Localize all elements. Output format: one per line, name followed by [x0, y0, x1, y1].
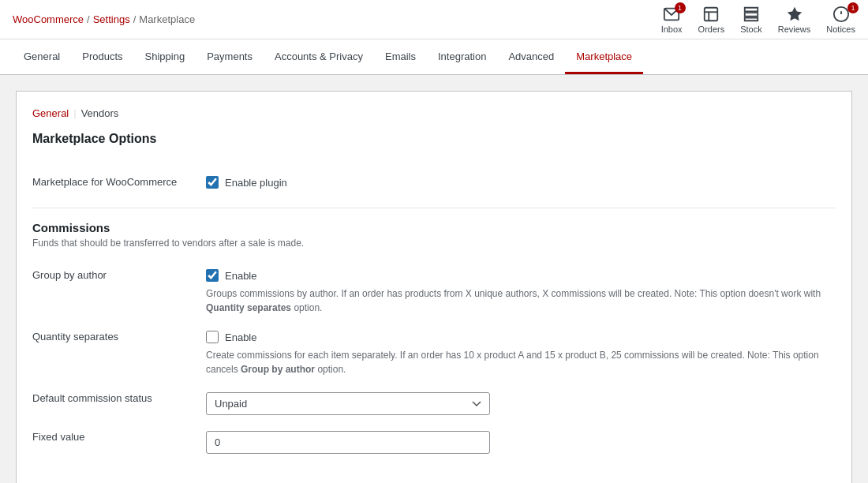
quantity-separates-row: Quantity separates Enable Create commiss…	[32, 323, 836, 384]
tab-shipping[interactable]: Shipping	[134, 39, 196, 74]
orders-label: Orders	[698, 24, 725, 34]
notices-badge: 1	[847, 2, 859, 13]
group-by-author-checkbox-row: Enable	[206, 269, 823, 282]
notices-label: Notices	[826, 24, 855, 34]
quantity-separates-checkbox[interactable]	[206, 331, 219, 343]
commissions-desc: Funds that should be transferred to vend…	[32, 238, 836, 249]
tab-integration[interactable]: Integration	[427, 39, 497, 74]
group-by-author-desc: Groups commissions by author. If an orde…	[206, 286, 823, 315]
sub-nav: General | Vendors	[32, 107, 836, 119]
subnav-vendors[interactable]: Vendors	[81, 107, 119, 119]
options-table: Marketplace for WooCommerce Enable plugi…	[32, 168, 836, 201]
commissions-section: Commissions Funds that should be transfe…	[32, 221, 836, 249]
default-commission-status-label: Default commission status	[32, 392, 152, 404]
group-by-author-label: Group by author	[32, 269, 107, 281]
section-title: Marketplace Options	[32, 132, 836, 152]
default-commission-status-row: Default commission status Unpaid Paid Pe…	[32, 384, 836, 423]
quantity-separates-label: Quantity separates	[32, 331, 118, 343]
enable-plugin-checkbox-row: Enable plugin	[206, 176, 823, 189]
breadcrumb-settings[interactable]: Settings	[93, 13, 130, 25]
quantity-separates-enable-label[interactable]: Enable	[225, 331, 256, 343]
topbar: WooCommerce / Settings / Marketplace 1 I…	[0, 0, 868, 39]
tab-marketplace[interactable]: Marketplace	[565, 39, 643, 74]
tab-emails[interactable]: Emails	[374, 39, 427, 74]
fixed-value-row: Fixed value 0	[32, 423, 836, 462]
svg-marker-4	[787, 6, 801, 20]
tab-advanced[interactable]: Advanced	[497, 39, 565, 74]
breadcrumb-sep2: /	[133, 13, 137, 25]
quantity-separates-desc: Create commissions for each item separat…	[206, 348, 823, 376]
reviews-label: Reviews	[778, 24, 811, 34]
breadcrumb-woocommerce[interactable]: WooCommerce	[13, 13, 84, 25]
group-by-author-checkbox[interactable]	[206, 269, 219, 282]
tab-payments[interactable]: Payments	[196, 39, 264, 74]
tab-products[interactable]: Products	[71, 39, 133, 74]
enable-plugin-checkbox[interactable]	[206, 176, 219, 189]
notices-icon-btn[interactable]: 1 Notices	[826, 6, 855, 34]
topbar-icons: 1 Inbox Orders Stock Reviews 1 Notices	[661, 6, 855, 34]
inbox-icon-btn[interactable]: 1 Inbox	[661, 6, 683, 34]
group-by-author-row: Group by author Enable Groups commission…	[32, 261, 836, 323]
main-content: General | Vendors Marketplace Options Ma…	[16, 91, 852, 483]
quantity-separates-checkbox-row: Enable	[206, 331, 823, 343]
breadcrumb-sep1: /	[87, 13, 90, 25]
inbox-label: Inbox	[661, 24, 683, 34]
group-by-author-enable-label[interactable]: Enable	[225, 270, 256, 282]
tab-accounts-privacy[interactable]: Accounts & Privacy	[264, 39, 374, 74]
reviews-icon-btn[interactable]: Reviews	[778, 6, 811, 34]
commissions-table: Group by author Enable Groups commission…	[32, 261, 836, 462]
tab-general[interactable]: General	[13, 39, 71, 74]
subnav-general[interactable]: General	[32, 107, 69, 119]
orders-icon-btn[interactable]: Orders	[698, 6, 725, 34]
stock-icon-btn[interactable]: Stock	[740, 6, 762, 34]
breadcrumb-current: Marketplace	[139, 13, 195, 25]
enable-plugin-label[interactable]: Enable plugin	[225, 177, 287, 189]
inbox-badge: 1	[675, 2, 686, 13]
tab-nav: General Products Shipping Payments Accou…	[0, 39, 868, 75]
breadcrumb: WooCommerce / Settings / Marketplace	[13, 13, 195, 25]
svg-rect-1	[705, 7, 718, 21]
commissions-title: Commissions	[32, 221, 836, 234]
marketplace-for-label: Marketplace for WooCommerce	[32, 176, 177, 188]
section-divider	[32, 208, 836, 208]
fixed-value-input[interactable]: 0	[206, 431, 490, 454]
marketplace-plugin-row: Marketplace for WooCommerce Enable plugi…	[32, 168, 836, 201]
default-commission-status-select[interactable]: Unpaid Paid Pending	[206, 392, 490, 415]
fixed-value-label: Fixed value	[32, 431, 84, 443]
subnav-sep: |	[73, 107, 76, 119]
stock-label: Stock	[740, 24, 762, 34]
